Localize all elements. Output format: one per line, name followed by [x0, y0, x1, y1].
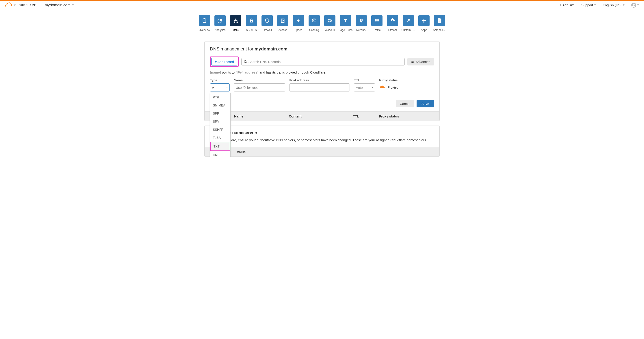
ip-label: IPv4 address — [289, 78, 350, 82]
tab-dns[interactable]: DNS — [228, 15, 244, 32]
hint-name-ph: [name] — [210, 70, 221, 74]
tab-speed[interactable]: Speed — [291, 15, 306, 32]
tab-custom-pages[interactable]: Custom P... — [400, 15, 416, 32]
proxy-value: Proxied — [388, 86, 398, 89]
cancel-button[interactable]: Cancel — [396, 100, 414, 107]
cloud-upload-icon — [387, 15, 398, 26]
add-site-link[interactable]: + Add site — [559, 3, 575, 7]
record-form: Type A Name IPv4 address TTL Auto — [210, 78, 434, 92]
add-record-label: Add record — [217, 60, 234, 64]
svg-line-27 — [246, 62, 247, 63]
shield-icon — [262, 15, 273, 26]
svg-rect-25 — [422, 20, 426, 21]
col-ttl: TTL — [353, 114, 379, 118]
tab-ssl[interactable]: SSL/TLS — [244, 15, 259, 32]
caret-down-icon — [372, 87, 373, 88]
type-option-ptr[interactable]: PTR — [210, 93, 230, 101]
ip-input[interactable] — [289, 83, 350, 92]
tab-stream[interactable]: Stream — [385, 15, 400, 32]
col-name: Name — [234, 114, 289, 118]
search-box[interactable] — [241, 58, 405, 66]
svg-point-18 — [375, 19, 376, 20]
tab-network[interactable]: Network — [353, 15, 369, 32]
logo-text: CLOUDFLARE — [14, 4, 36, 7]
tab-label: Speed — [295, 29, 302, 32]
search-input[interactable] — [248, 60, 402, 64]
tab-page-rules[interactable]: Page Rules — [338, 15, 353, 32]
name-input[interactable] — [234, 83, 285, 92]
advanced-button[interactable]: Advanced — [407, 58, 434, 66]
advanced-label: Advanced — [416, 60, 430, 64]
tab-firewall[interactable]: Firewall — [259, 15, 275, 32]
type-group: Type A — [210, 78, 230, 92]
svg-point-32 — [413, 62, 413, 62]
type-option-srv[interactable]: SRV — [210, 118, 230, 126]
tab-label: SSL/TLS — [246, 29, 257, 32]
col-content: Content — [289, 114, 353, 118]
records-table-header: Type Name Content TTL Proxy status — [204, 111, 440, 121]
ns-panel-text: To use Cloudflare, ensure your authorita… — [210, 137, 434, 143]
tab-label: DNS — [233, 29, 238, 32]
main-content: DNS management for mydomain.com + Add re… — [202, 41, 442, 157]
nameservers-panel: Cloudflare nameservers To use Cloudflare… — [204, 126, 440, 157]
header-right: + Add site Support English (US) — [559, 3, 639, 8]
document-icon — [434, 15, 445, 26]
tab-label: Page Rules — [338, 29, 352, 32]
svg-point-8 — [251, 21, 252, 22]
door-icon — [277, 15, 288, 26]
ttl-select[interactable]: Auto — [354, 83, 375, 92]
type-option-sshfp[interactable]: SSHFP — [210, 126, 230, 134]
cloudflare-logo[interactable]: CLOUDFLARE — [5, 3, 36, 8]
ttl-group: TTL Auto — [354, 78, 375, 92]
proxy-toggle[interactable]: Proxied — [379, 83, 398, 92]
tab-access[interactable]: Access — [275, 15, 291, 32]
caret-down-icon — [72, 5, 74, 6]
hint-ip-ph: [IPv4 address] — [236, 70, 258, 74]
tab-label: Access — [278, 29, 287, 32]
tab-analytics[interactable]: Analytics — [212, 15, 228, 32]
type-select[interactable]: A — [210, 83, 230, 92]
drive-icon — [308, 15, 320, 26]
language-menu[interactable]: English (US) — [603, 3, 624, 7]
add-record-button[interactable]: + Add record — [211, 58, 237, 66]
proxy-label: Proxy status — [379, 78, 398, 82]
nav-tabs: Overview Analytics DNS SSL/TLS Firewall … — [0, 11, 644, 34]
save-button[interactable]: Save — [416, 100, 434, 107]
svg-rect-4 — [235, 19, 236, 20]
top-header: CLOUDFLARE mydomain.com + Add site Suppo… — [0, 1, 644, 11]
add-record-highlight: + Add record — [210, 57, 239, 67]
form-buttons: Cancel Save — [210, 100, 434, 107]
list-icon — [371, 15, 382, 26]
dns-management-panel: DNS management for mydomain.com + Add re… — [204, 41, 440, 121]
network-icon — [230, 15, 241, 26]
domain-selector[interactable]: mydomain.com — [45, 3, 74, 8]
language-label: English (US) — [603, 3, 622, 7]
name-label: Name — [234, 78, 285, 82]
type-option-spf[interactable]: SPF — [210, 109, 230, 118]
col-proxy: Proxy status — [379, 114, 412, 118]
type-option-txt[interactable]: TXT — [210, 142, 230, 151]
tab-apps[interactable]: Apps — [416, 15, 432, 32]
type-option-smimea[interactable]: SMIMEA — [210, 101, 230, 109]
title-prefix: DNS management for — [210, 47, 254, 51]
svg-point-17 — [360, 20, 362, 21]
svg-point-11 — [283, 21, 284, 21]
type-option-tlsa[interactable]: TLSA — [210, 134, 230, 142]
tab-caching[interactable]: Caching — [306, 15, 322, 32]
tab-workers[interactable]: Workers — [322, 15, 338, 32]
tab-label: Custom P... — [401, 29, 415, 32]
support-menu[interactable]: Support — [581, 3, 596, 7]
type-option-uri[interactable]: URI — [210, 151, 230, 157]
record-hint: [name] points to [IPv4 address] and has … — [210, 70, 434, 74]
tab-scrape-shield[interactable]: Scrape S... — [432, 15, 448, 32]
account-menu[interactable] — [631, 3, 639, 8]
caret-down-icon — [226, 87, 228, 88]
add-site-label: Add site — [562, 3, 574, 7]
funnel-icon — [340, 15, 351, 26]
tab-label: Apps — [421, 29, 427, 32]
tab-label: Stream — [388, 29, 397, 32]
type-dropdown: PTR SMIMEA SPF SRV SSHFP TLSA TXT URI — [210, 93, 230, 157]
tab-overview[interactable]: Overview — [196, 15, 212, 32]
tab-traffic[interactable]: Traffic — [369, 15, 385, 32]
hint-mid: points to — [221, 70, 236, 74]
